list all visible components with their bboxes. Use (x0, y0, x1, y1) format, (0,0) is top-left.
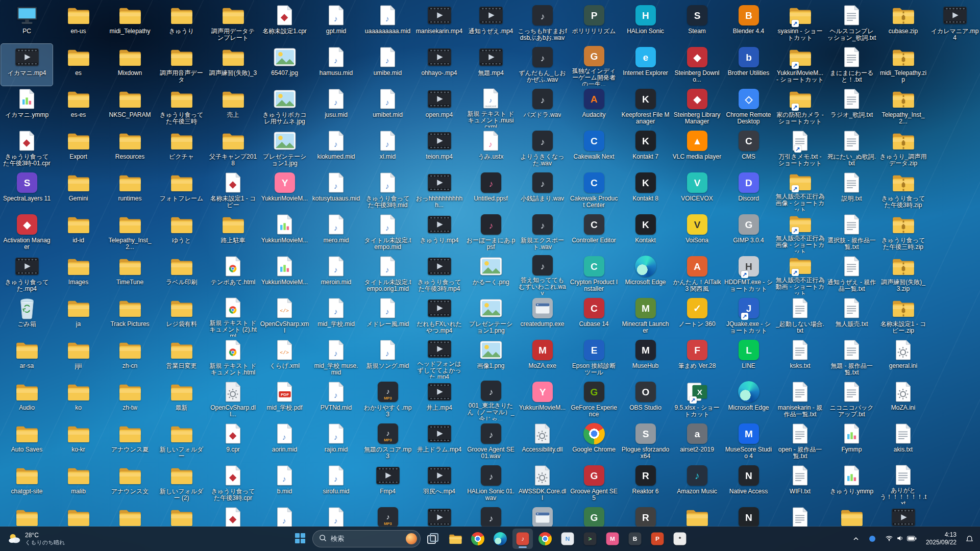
desktop-icon[interactable]: 調声用音声データ (156, 44, 207, 86)
desktop-icon[interactable]: teion.mp4 (413, 128, 465, 169)
desktop-icon[interactable]: ↗syasinn - ショートカット (774, 2, 826, 44)
desktop-icon[interactable]: ↗家の防犯カメラ - ショートカット (774, 86, 826, 128)
taskbar-pink-app[interactable]: M (602, 529, 623, 549)
desktop-icon[interactable]: R (620, 504, 671, 527)
desktop-icon[interactable]: ♪タイトル未設定.tempo.mid (362, 211, 413, 253)
desktop-icon[interactable]: ↗無人販売不正行為画像 - ショートカット (774, 211, 826, 253)
taskbar-active-app[interactable]: ♪ (512, 529, 533, 549)
desktop-icon[interactable]: GGroove Agent SE 5 (568, 462, 620, 504)
desktop-icon[interactable]: プレゼンテーション1.jpg (259, 128, 310, 169)
desktop-icon[interactable]: GGIMP 3.0.4 (723, 211, 774, 253)
desktop-icon[interactable]: MMinecraft Launcher (620, 295, 671, 337)
desktop-icon[interactable]: きゅうり食ってた午後三時 (156, 86, 207, 128)
desktop-icon[interactable]: F筆まめ Ver.28 (671, 337, 723, 379)
desktop-icon[interactable]: ♪mero.mid (310, 211, 362, 253)
desktop-icon[interactable]: テンポあて.html (207, 253, 259, 295)
desktop-icon[interactable]: ♪ (310, 504, 362, 527)
desktop-icon[interactable]: 通知うぜえ.mp4 (465, 2, 517, 44)
desktop-icon[interactable]: 通知うぜえ - 親作品一覧.txt (826, 253, 877, 295)
desktop-icon[interactable]: ♪Amazon Music (671, 462, 723, 504)
desktop-icon[interactable]: MMoZA.exe (517, 337, 568, 379)
desktop-icon[interactable]: ohhayo-.mp4 (413, 44, 465, 86)
taskbar-task-view[interactable] (423, 529, 443, 549)
desktop-icon[interactable]: ↗無人販売不正行為画像 - ショートカット (774, 169, 826, 211)
desktop-icon[interactable]: アナウンス文 (104, 462, 156, 504)
taskbar-edge-1[interactable] (490, 529, 510, 549)
desktop-icon[interactable] (826, 504, 877, 527)
desktop-icon[interactable]: 井上.mp4 (413, 379, 465, 420)
desktop-icon[interactable]: CCMS (723, 128, 774, 169)
desktop-icon[interactable]: PDFmid_学校.pdf (259, 379, 310, 420)
desktop-icon[interactable]: ♪sirofu.mid (310, 462, 362, 504)
desktop-icon[interactable]: ko (53, 379, 104, 420)
desktop-icon[interactable]: YYukkuriMovieM... (517, 379, 568, 420)
desktop-icon[interactable]: VVoiSona (671, 211, 723, 253)
desktop-icon[interactable]: ラジオ_歌詞.txt (826, 86, 877, 128)
desktop-icon[interactable]: malib (53, 462, 104, 504)
desktop-icon[interactable]: KKeepforest File Manager (620, 86, 671, 128)
desktop-icon[interactable]: CCrypton Product Installer (568, 253, 620, 295)
desktop-icon[interactable]: ar-sa (1, 337, 53, 379)
desktop-icon[interactable] (774, 504, 826, 527)
desktop-icon[interactable]: MMuseScore Studio 4 (723, 420, 774, 462)
desktop-icon[interactable]: ♪b.mid (259, 462, 310, 504)
desktop-icon[interactable]: レジ袋有料 (156, 295, 207, 337)
desktop-icon[interactable]: まにまにわーると！.txt (826, 44, 877, 86)
desktop-icon[interactable]: ♪kiokumed.mid (310, 128, 362, 169)
desktop-icon[interactable]: かるーく.png (465, 253, 517, 295)
desktop-icon[interactable]: open - 親作品一覧.txt (774, 420, 826, 462)
desktop-icon[interactable]: CController Editor (568, 211, 620, 253)
desktop-icon[interactable]: manisekarin - 親作品一覧.txt (774, 379, 826, 420)
desktop-icon[interactable]: 調声練習(失敗)_3 (207, 44, 259, 86)
desktop-icon[interactable]: ↗万引きメモ.txt - ショートカット (774, 128, 826, 169)
taskbar-chatgpt[interactable]: * (670, 529, 690, 549)
taskbar-dark-app[interactable]: B (625, 529, 645, 549)
desktop-icon[interactable]: Gemini (53, 169, 104, 211)
taskbar-file-explorer[interactable] (445, 529, 465, 549)
desktop-icon[interactable]: AWSSDK.Core.dll (517, 462, 568, 504)
desktop-icon[interactable]: SSteam (671, 2, 723, 44)
desktop-icon[interactable]: runtimes (104, 169, 156, 211)
desktop-icon[interactable]: 65407.jpg (259, 44, 310, 86)
desktop-icon[interactable]: ♪gpt.mid (310, 2, 362, 44)
desktop-icon[interactable]: KKontakt (620, 211, 671, 253)
desktop-icon[interactable]: 父子キャンプ2018 (207, 128, 259, 169)
desktop-icon[interactable]: KKontakt 8 (620, 169, 671, 211)
desktop-icon[interactable]: OpenCvSharp.dll... (207, 379, 259, 420)
taskbar-powerpoint[interactable]: P (647, 529, 668, 549)
desktop-icon[interactable]: ♪mid_学校.mid (310, 295, 362, 337)
desktop-icon[interactable]: 死にたい_ぬ歌詞.txt (826, 128, 877, 169)
desktop-icon[interactable]: createdump.exe (517, 295, 568, 337)
desktop-icon[interactable]: ◇Chrome Remote Desktop (723, 86, 774, 128)
desktop-icon[interactable] (104, 504, 156, 527)
desktop-icon[interactable]: ◆Activation Manager (1, 211, 53, 253)
desktop-icon[interactable]: cubase.zip (877, 2, 929, 44)
desktop-icon[interactable]: BBlender 4.4 (723, 2, 774, 44)
desktop-icon[interactable]: 説明.txt (826, 169, 877, 211)
weather-widget[interactable]: 28°C くもりのち晴れ (2, 529, 70, 549)
desktop-icon[interactable]: ♪hamusu.mid (310, 44, 362, 86)
desktop-icon[interactable]: 無人販売.txt (826, 295, 877, 337)
desktop-icon[interactable]: 新しいフォルダー (156, 420, 207, 462)
desktop-icon[interactable]: 名称未設定1.cpr (259, 2, 310, 44)
desktop-icon[interactable]: ♪MP3わかりやすく.mp3 (362, 379, 413, 420)
desktop-icon[interactable] (517, 504, 568, 527)
desktop-icon[interactable]: 羽尻へ.mp4 (413, 462, 465, 504)
desktop-icon[interactable]: ja (53, 295, 104, 337)
desktop-icon[interactable]: ♪mid_学校 muse.mid (310, 337, 362, 379)
desktop-icon[interactable]: aairset2-2019 (671, 420, 723, 462)
desktop-icon[interactable]: ♪001_東北きりたん（ノーマル）_今じゃ... (465, 379, 517, 420)
desktop-icon[interactable]: OOBS Studio (620, 379, 671, 420)
taskbar-chrome-1[interactable] (468, 529, 488, 549)
desktop-icon[interactable]: ♪メドレー風.mid (362, 295, 413, 337)
desktop-icon[interactable]: ごみ箱 (1, 295, 53, 337)
desktop-icon[interactable]: NNative Access (723, 462, 774, 504)
desktop-icon[interactable]: jijii (53, 337, 104, 379)
desktop-icon[interactable] (413, 504, 465, 527)
desktop-icon[interactable]: LLINE (723, 337, 774, 379)
desktop-icon[interactable]: ♪MP3 (362, 504, 413, 527)
desktop-icon[interactable]: 新規 テキスト ドキュメント (2).html (207, 295, 259, 337)
desktop-icon[interactable]: ヘッドフォンはずしててよかった.mp4 (413, 337, 465, 379)
desktop-icon[interactable]: TimeTune (104, 253, 156, 295)
desktop-icon[interactable]: G (568, 504, 620, 527)
